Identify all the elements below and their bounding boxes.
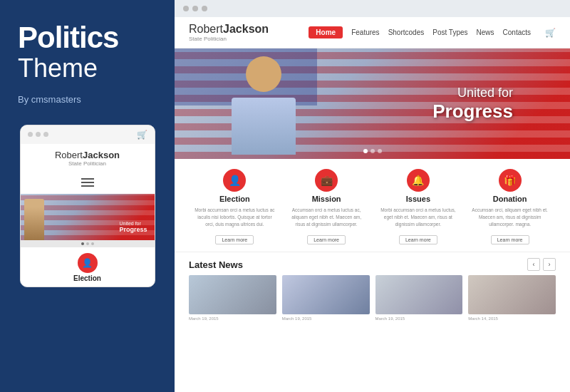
nav-features[interactable]: Features [351,29,379,36]
feature-col-1: 💼 Mission Accumsan orci a metus luctus a… [281,169,373,244]
news-date-2: March 19, 2015 [375,316,463,321]
slider-dot-1 [81,242,84,245]
feature-text-2: Morbi accumsan orci a metus luctus, eget… [378,207,459,227]
mobile-menu-button[interactable] [79,177,96,188]
news-cards: March 19, 2015 March 19, 2015 March 19, … [189,275,556,322]
news-header: Latest News ‹ › [189,252,556,275]
feature-icon-2: 🔔 [407,169,430,192]
mobile-dot-2 [36,132,41,137]
mobile-top-bar: 🛒 [21,125,155,144]
menu-line-1 [81,178,94,180]
feature-btn-2[interactable]: Learn more [399,235,437,244]
news-card-0: March 19, 2015 [189,275,276,322]
nav-shortcodes[interactable]: Shortcodes [388,29,425,36]
site-nav: RobertJackson State Politician Home Feat… [175,17,570,48]
mobile-name: RobertJackson [29,150,146,160]
feature-btn-0[interactable]: Learn more [215,235,254,244]
right-panel: RobertJackson State Politician Home Feat… [175,0,570,392]
browser-dot-2 [192,6,198,11]
mobile-hero: United for Progress [21,194,155,240]
mobile-election-icon: 👤 [78,253,98,273]
website-frame: RobertJackson State Politician Home Feat… [175,17,570,392]
news-image-1 [282,275,370,314]
news-image-3 [468,275,556,314]
nav-contacts[interactable]: Contacts [503,29,531,36]
slider-dot-2 [86,242,89,245]
mobile-header: RobertJackson State Politician [21,144,155,171]
feature-title-2: Issues [378,195,459,203]
news-image-2 [375,275,463,314]
news-card-3: March 14, 2015 [468,275,556,322]
feature-col-2: 🔔 Issues Morbi accumsan orci a metus luc… [373,169,465,244]
feature-icon-0: 👤 [223,169,246,192]
browser-dot-3 [202,6,207,11]
news-card-1: March 19, 2015 [282,275,370,322]
hero-dot-1[interactable] [363,149,368,153]
feature-text-3: Accumsan orci, aliquam eget nibh et. Mae… [470,207,550,227]
feature-btn-3[interactable]: Learn more [491,235,529,244]
mobile-dot-1 [28,132,33,137]
mobile-mockup: 🛒 RobertJackson State Politician United … [20,125,155,287]
by-cmsmasters: By cmsmasters [18,94,157,105]
news-card-2: March 19, 2015 [375,275,463,322]
nav-links: Home Features Shortcodes Post Types News… [309,26,556,38]
feature-title-0: Election [195,195,275,203]
left-panel: Politics Theme By cmsmasters 🛒 RobertJac… [0,0,175,392]
mobile-dot-3 [43,132,48,137]
feature-col-0: 👤 Election Morbi accumsan orci a metus l… [189,169,281,244]
nav-post-types[interactable]: Post Types [432,29,467,36]
news-section: Latest News ‹ › March 19, 2015 March 19,… [175,252,570,329]
mobile-election-label: Election [21,274,155,287]
slider-dot-3 [91,242,94,245]
hero-dot-3[interactable] [378,149,382,153]
menu-line-3 [81,185,94,187]
hero-united-text: United for [432,86,513,100]
feature-icon-1: 💼 [315,169,338,192]
nav-news[interactable]: News [477,29,494,36]
mobile-slider-dots [21,240,155,247]
mobile-cart-icon: 🛒 [137,130,147,140]
hero-text: United for Progress [432,86,513,123]
news-nav: ‹ › [527,258,556,271]
logo-name: RobertJackson [189,23,309,36]
news-title: Latest News [189,259,243,270]
news-date-3: March 14, 2015 [468,316,556,321]
hero-slider-dots [363,149,382,153]
logo-sub: State Politician [189,36,309,42]
nav-cart-icon[interactable]: 🛒 [545,28,556,38]
feature-btn-1[interactable]: Learn more [307,235,346,244]
browser-chrome [175,0,570,17]
news-image-0 [189,275,276,314]
feature-title-3: Donation [470,195,550,203]
news-prev-button[interactable]: ‹ [527,258,540,271]
features-section: 👤 Election Morbi accumsan orci a metus l… [175,159,570,252]
hero-progress-text: Progress [432,100,513,123]
feature-title-1: Mission [286,195,367,203]
news-next-button[interactable]: › [543,258,556,271]
mobile-hero-text: United for Progress [119,221,147,233]
hero-dot-2[interactable] [370,149,375,153]
feature-icon-3: 🎁 [499,169,522,192]
nav-home-button[interactable]: Home [309,26,343,38]
feature-text-1: Accumsan orci a metus luctus ac, aliquam… [286,207,367,227]
feature-col-3: 🎁 Donation Accumsan orci, aliquam eget n… [464,169,556,244]
browser-dot-1 [183,6,189,11]
site-logo: RobertJackson State Politician [189,23,309,42]
news-date-0: March 19, 2015 [189,316,276,321]
hero-section: United for Progress [175,48,570,159]
hero-person [224,51,303,159]
menu-line-2 [81,182,94,183]
feature-text-0: Morbi accumsan orci a metus luctus ac ia… [195,207,275,227]
politics-title: Politics Theme [18,21,157,83]
news-date-1: March 19, 2015 [282,316,370,321]
mobile-subtitle: State Politician [29,160,146,167]
